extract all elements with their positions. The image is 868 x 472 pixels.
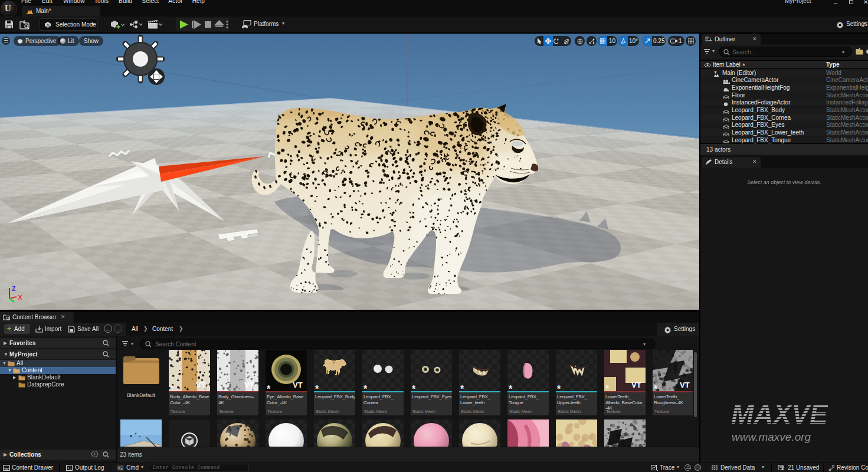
svg-text:Z: Z	[12, 285, 16, 292]
svg-text:X: X	[18, 294, 22, 301]
